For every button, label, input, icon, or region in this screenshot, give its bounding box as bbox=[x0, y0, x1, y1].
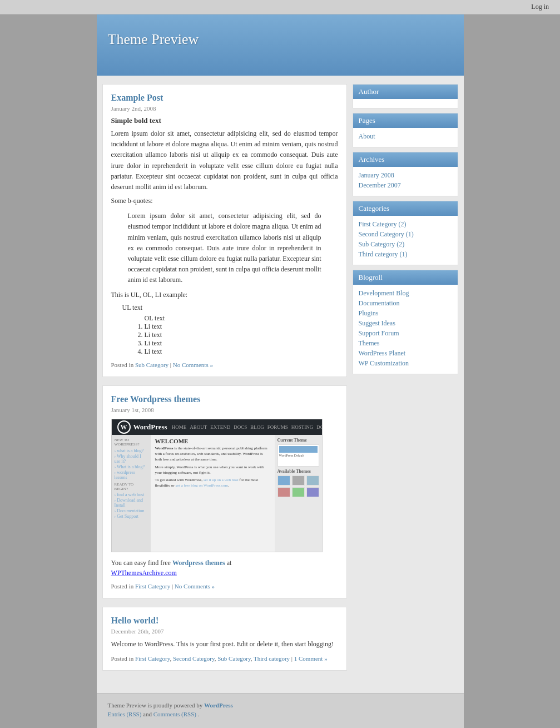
ul-text: UL text bbox=[122, 304, 143, 311]
page-wrapper: Theme Preview Example Post January 2nd, … bbox=[97, 14, 464, 728]
ul-ol-label: This is UL, OL, LI example: bbox=[111, 291, 338, 299]
cat-first[interactable]: First Category (2) bbox=[359, 220, 452, 229]
post-category-3d[interactable]: Third category bbox=[254, 655, 290, 662]
post-blockquote: Lorem ipsum dolor sit amet, consectetur … bbox=[128, 211, 321, 285]
post-bold-text: Simple bold text bbox=[111, 116, 338, 125]
sidebar: Author Pages About Archives January 2008… bbox=[353, 84, 458, 679]
posted-in-label-2: Posted in bbox=[111, 583, 134, 590]
footer-period: . bbox=[198, 711, 200, 717]
site-header: Theme Preview bbox=[97, 14, 464, 76]
post-example: Example Post January 2nd, 2008 Simple bo… bbox=[102, 84, 347, 377]
post-category-3b[interactable]: Second Category bbox=[173, 655, 215, 662]
wp-site-link: WPThemesArchive.com bbox=[111, 569, 338, 577]
widget-categories-title: Categories bbox=[353, 201, 458, 216]
widget-blogroll-content: Development Blog Documentation Plugins S… bbox=[353, 285, 458, 374]
post-date-example: January 2nd, 2008 bbox=[111, 105, 338, 112]
ol-example: OL text Li text Li text Li text Li text bbox=[145, 314, 338, 356]
wp-body: NEW TO WORDPRESS? › what is a blog? › Wh… bbox=[112, 435, 322, 552]
li-item-4: Li text bbox=[145, 348, 338, 356]
blogroll-suggest[interactable]: Suggest Ideas bbox=[359, 319, 452, 328]
post-category-3a[interactable]: First Category bbox=[135, 655, 170, 662]
blogroll-wp-custom[interactable]: WP Customization bbox=[359, 359, 452, 368]
blogroll-plugins[interactable]: Plugins bbox=[359, 309, 452, 318]
archive-dec-2007[interactable]: December 2007 bbox=[359, 181, 452, 190]
footer-line-1: Theme Preview is proudly powered by Word… bbox=[108, 702, 453, 709]
widget-archives: Archives January 2008 December 2007 bbox=[353, 152, 458, 196]
cat-third[interactable]: Third category (1) bbox=[359, 250, 452, 259]
wp-main-area: WELCOME WordPress is the state-of-the-ar… bbox=[151, 435, 275, 552]
text-before-themes: You can easy find free bbox=[111, 559, 171, 567]
main-content: Example Post January 2nd, 2008 Simple bo… bbox=[102, 84, 347, 679]
post-title-example[interactable]: Example Post bbox=[111, 93, 163, 102]
li-item-2: Li text bbox=[145, 331, 338, 339]
top-bar: Log in bbox=[0, 0, 560, 14]
widget-pages-title: Pages bbox=[353, 113, 458, 128]
post-title-themes[interactable]: Free Wordpress themes bbox=[111, 394, 201, 404]
post-category-3c[interactable]: Sub Category bbox=[217, 655, 250, 662]
site-footer: Theme Preview is proudly powered by Word… bbox=[97, 693, 464, 728]
post-hello-world: Hello world! December 26th, 2007 Welcome… bbox=[102, 607, 347, 671]
widget-categories-content: First Category (2) Second Category (1) S… bbox=[353, 216, 458, 265]
footer-comments-link[interactable]: Comments (RSS) bbox=[153, 711, 196, 717]
post-themes-text: You can easy find free Wordpress themes … bbox=[111, 558, 338, 568]
widget-pages: Pages About bbox=[353, 113, 458, 147]
post-comments-2[interactable]: No Comments » bbox=[175, 583, 215, 590]
widget-author-title: Author bbox=[353, 85, 458, 99]
wp-logo: W WordPress bbox=[117, 420, 167, 434]
post-body-hello: Welcome to WordPress. This is your first… bbox=[111, 639, 338, 650]
blogroll-support[interactable]: Support Forum bbox=[359, 329, 452, 338]
wp-nav-bar: W WordPress HOME ABOUT EXTEND DOCS BLOG … bbox=[112, 419, 322, 435]
footer-line-2: Entries (RSS) and Comments (RSS) . bbox=[108, 711, 453, 717]
footer-prefix: Theme Preview is proudly powered by bbox=[108, 702, 203, 709]
blogroll-docs[interactable]: Documentation bbox=[359, 299, 452, 308]
site-link[interactable]: WPThemesArchive.com bbox=[111, 569, 177, 577]
bquote-label: Some b-quotes: bbox=[111, 197, 338, 205]
widget-pages-content: About bbox=[353, 128, 458, 147]
posted-in-label-1: Posted in bbox=[111, 361, 134, 368]
post-date-hello: December 26th, 2007 bbox=[111, 628, 338, 635]
post-category-1[interactable]: Sub Category bbox=[135, 361, 169, 368]
cat-sub[interactable]: Sub Category (2) bbox=[359, 240, 452, 249]
posted-in-label-3: Posted in bbox=[111, 655, 134, 662]
widget-blogroll: Blogroll Development Blog Documentation … bbox=[353, 270, 458, 374]
blogroll-dev-blog[interactable]: Development Blog bbox=[359, 289, 452, 298]
post-meta-example: Posted in Sub Category | No Comments » bbox=[111, 361, 338, 368]
footer-wp-link[interactable]: WordPress bbox=[204, 702, 233, 709]
post-free-themes: Free Wordpress themes January 1st, 2008 … bbox=[102, 385, 347, 598]
post-category-2[interactable]: First Category bbox=[135, 583, 170, 590]
archive-jan-2008[interactable]: January 2008 bbox=[359, 171, 452, 180]
wp-sidebar-small: NEW TO WORDPRESS? › what is a blog? › Wh… bbox=[112, 435, 151, 552]
widget-author-content bbox=[353, 99, 458, 108]
blogroll-themes[interactable]: Themes bbox=[359, 339, 452, 348]
wp-right-panel: Current Theme WordPress Default Availabl… bbox=[275, 435, 322, 552]
blogroll-wp-planet[interactable]: WordPress Planet bbox=[359, 349, 452, 358]
themes-link[interactable]: Wordpress themes bbox=[172, 559, 225, 567]
widget-author: Author bbox=[353, 84, 458, 108]
post-body-example: Lorem ipsum dolor sit amet, consectetur … bbox=[111, 128, 338, 192]
li-item-3: Li text bbox=[145, 339, 338, 348]
post-comments-1[interactable]: No Comments » bbox=[173, 361, 213, 368]
post-meta-themes: Posted in First Category | No Comments » bbox=[111, 583, 338, 590]
content-area: Example Post January 2nd, 2008 Simple bo… bbox=[97, 76, 464, 687]
post-meta-hello: Posted in First Category, Second Categor… bbox=[111, 655, 338, 662]
li-item-1: Li text bbox=[145, 323, 338, 331]
widget-blogroll-title: Blogroll bbox=[353, 270, 458, 285]
widget-archives-title: Archives bbox=[353, 152, 458, 167]
page-about[interactable]: About bbox=[359, 132, 452, 141]
post-date-themes: January 1st, 2008 bbox=[111, 407, 338, 413]
ol-text: OL text bbox=[145, 314, 165, 322]
wp-screenshot: W WordPress HOME ABOUT EXTEND DOCS BLOG … bbox=[111, 419, 323, 552]
cat-second[interactable]: Second Category (1) bbox=[359, 230, 452, 239]
wp-nav: HOME ABOUT EXTEND DOCS BLOG FORUMS HOSTI… bbox=[172, 424, 323, 430]
login-link[interactable]: Log in bbox=[531, 3, 549, 11]
site-title: Theme Preview bbox=[108, 31, 453, 48]
ul-example: UL text OL text Li text Li text Li text … bbox=[122, 304, 338, 356]
widget-categories: Categories First Category (2) Second Cat… bbox=[353, 201, 458, 265]
post-comments-3[interactable]: 1 Comment » bbox=[294, 655, 328, 662]
footer-rss-link[interactable]: Entries (RSS) bbox=[108, 711, 142, 717]
post-title-hello[interactable]: Hello world! bbox=[111, 616, 159, 625]
widget-archives-content: January 2008 December 2007 bbox=[353, 167, 458, 196]
